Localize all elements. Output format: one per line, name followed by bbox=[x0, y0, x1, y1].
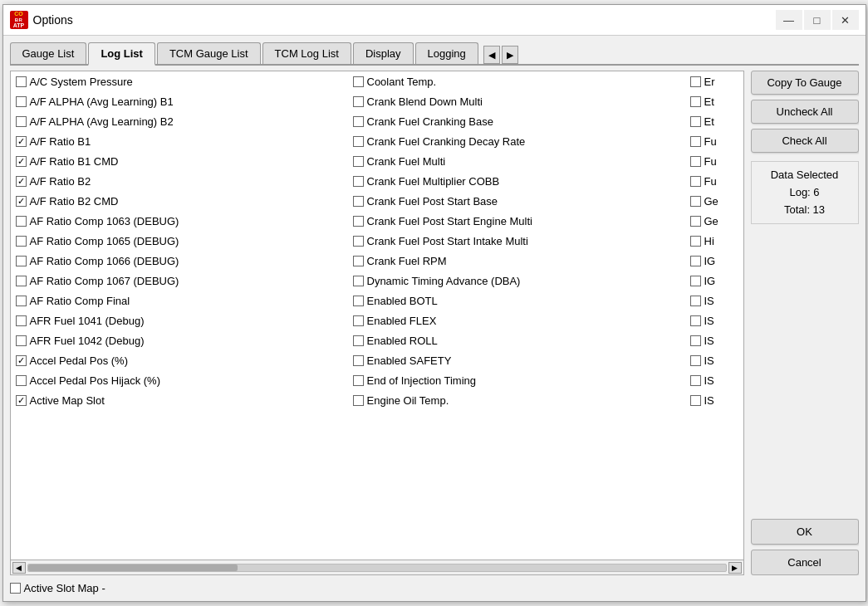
list-item-checkbox[interactable] bbox=[353, 256, 364, 266]
list-item[interactable]: Et bbox=[685, 111, 743, 131]
list-item[interactable]: Crank Fuel Cranking Decay Rate bbox=[348, 131, 685, 151]
list-item-checkbox[interactable] bbox=[16, 395, 27, 406]
list-item[interactable]: A/F ALPHA (Avg Learning) B2 bbox=[11, 111, 348, 131]
list-item[interactable]: AF Ratio Comp Final bbox=[11, 291, 348, 310]
active-slot-map-checkbox[interactable] bbox=[10, 583, 21, 594]
list-item[interactable]: Accel Pedal Pos (%) bbox=[11, 350, 348, 370]
list-item[interactable]: AF Ratio Comp 1066 (DEBUG) bbox=[11, 251, 348, 271]
list-item[interactable]: Dynamic Timing Advance (DBA) bbox=[348, 271, 685, 291]
list-item[interactable]: Fu bbox=[685, 171, 743, 191]
check-all-button[interactable]: Check All bbox=[751, 129, 859, 153]
scroll-left-button[interactable]: ◀ bbox=[12, 562, 26, 574]
list-item-checkbox[interactable] bbox=[353, 216, 364, 227]
list-item-checkbox[interactable] bbox=[16, 276, 27, 286]
list-item[interactable]: IG bbox=[685, 251, 743, 271]
list-item[interactable]: Enabled SAFETY bbox=[348, 350, 685, 370]
list-item[interactable]: Crank Fuel Post Start Engine Multi bbox=[348, 211, 685, 231]
scroll-right-button[interactable]: ▶ bbox=[728, 562, 742, 574]
tab-tcm-gauge-list[interactable]: TCM Gauge List bbox=[157, 42, 261, 64]
list-item[interactable]: Fu bbox=[685, 151, 743, 171]
list-item[interactable]: Enabled BOTL bbox=[348, 291, 685, 310]
list-item-checkbox[interactable] bbox=[690, 76, 701, 87]
list-item-checkbox[interactable] bbox=[353, 236, 364, 247]
list-item[interactable]: Crank Fuel Post Start Base bbox=[348, 191, 685, 211]
list-item[interactable]: Coolant Temp. bbox=[348, 71, 685, 91]
list-item[interactable]: Crank Blend Down Multi bbox=[348, 91, 685, 111]
list-item-checkbox[interactable] bbox=[690, 375, 701, 386]
tab-prev-button[interactable]: ◀ bbox=[483, 46, 500, 64]
list-item[interactable]: Active Map Slot bbox=[11, 390, 348, 410]
cancel-button[interactable]: Cancel bbox=[751, 550, 859, 575]
list-item[interactable]: IS bbox=[685, 310, 743, 330]
list-item-checkbox[interactable] bbox=[690, 355, 701, 366]
list-item-checkbox[interactable] bbox=[16, 196, 27, 207]
list-item[interactable]: Fu bbox=[685, 131, 743, 151]
list-item-checkbox[interactable] bbox=[16, 335, 27, 346]
list-item[interactable]: AF Ratio Comp 1063 (DEBUG) bbox=[11, 211, 348, 231]
list-item-checkbox[interactable] bbox=[16, 156, 27, 167]
list-item[interactable]: Ge bbox=[685, 211, 743, 231]
list-item-checkbox[interactable] bbox=[690, 256, 701, 266]
list-item[interactable]: A/F Ratio B1 CMD bbox=[11, 151, 348, 171]
list-item[interactable]: IS bbox=[685, 330, 743, 350]
list-item[interactable]: Enabled FLEX bbox=[348, 310, 685, 330]
list-item[interactable]: Enabled ROLL bbox=[348, 330, 685, 350]
list-scroll[interactable]: A/C System PressureA/F ALPHA (Avg Learni… bbox=[11, 71, 743, 560]
list-item-checkbox[interactable] bbox=[16, 236, 27, 247]
tab-display[interactable]: Display bbox=[353, 42, 414, 64]
list-item-checkbox[interactable] bbox=[353, 335, 364, 346]
list-item[interactable]: A/F Ratio B2 bbox=[11, 171, 348, 191]
tab-gauge-list[interactable]: Gauge List bbox=[10, 42, 87, 64]
list-item-checkbox[interactable] bbox=[16, 76, 27, 87]
list-item[interactable]: IS bbox=[685, 291, 743, 310]
list-item-checkbox[interactable] bbox=[353, 395, 364, 406]
list-item-checkbox[interactable] bbox=[353, 96, 364, 107]
maximize-button[interactable]: □ bbox=[804, 10, 831, 30]
list-item[interactable]: Crank Fuel Multi bbox=[348, 151, 685, 171]
list-item-checkbox[interactable] bbox=[690, 216, 701, 227]
list-item-checkbox[interactable] bbox=[690, 116, 701, 127]
list-item[interactable]: AFR Fuel 1041 (Debug) bbox=[11, 310, 348, 330]
list-item[interactable]: A/F Ratio B1 bbox=[11, 131, 348, 151]
tab-next-button[interactable]: ▶ bbox=[502, 46, 518, 64]
list-item[interactable]: Et bbox=[685, 91, 743, 111]
list-item-checkbox[interactable] bbox=[353, 176, 364, 187]
list-item-checkbox[interactable] bbox=[690, 335, 701, 346]
list-item-checkbox[interactable] bbox=[16, 136, 27, 147]
list-item[interactable]: End of Injection Timing bbox=[348, 370, 685, 390]
list-item-checkbox[interactable] bbox=[353, 315, 364, 326]
list-item-checkbox[interactable] bbox=[16, 315, 27, 326]
list-item-checkbox[interactable] bbox=[353, 375, 364, 386]
list-item-checkbox[interactable] bbox=[690, 395, 701, 406]
list-item[interactable]: AF Ratio Comp 1067 (DEBUG) bbox=[11, 271, 348, 291]
list-item[interactable]: Crank Fuel RPM bbox=[348, 251, 685, 271]
list-item[interactable]: A/F ALPHA (Avg Learning) B1 bbox=[11, 91, 348, 111]
close-button[interactable]: ✕ bbox=[832, 10, 859, 30]
list-item[interactable]: IS bbox=[685, 370, 743, 390]
list-item-checkbox[interactable] bbox=[690, 296, 701, 306]
tab-log-list[interactable]: Log List bbox=[88, 42, 155, 66]
list-item-checkbox[interactable] bbox=[353, 296, 364, 306]
list-item-checkbox[interactable] bbox=[690, 156, 701, 167]
list-item[interactable]: Accel Pedal Pos Hijack (%) bbox=[11, 370, 348, 390]
list-item-checkbox[interactable] bbox=[353, 136, 364, 147]
list-item-checkbox[interactable] bbox=[690, 236, 701, 247]
list-item-checkbox[interactable] bbox=[353, 196, 364, 207]
list-item[interactable]: IS bbox=[685, 350, 743, 370]
list-item-checkbox[interactable] bbox=[690, 315, 701, 326]
minimize-button[interactable]: — bbox=[776, 10, 802, 30]
list-item-checkbox[interactable] bbox=[353, 116, 364, 127]
list-item[interactable]: Er bbox=[685, 71, 743, 91]
list-item[interactable]: IS bbox=[685, 390, 743, 410]
list-item-checkbox[interactable] bbox=[353, 355, 364, 366]
list-item-checkbox[interactable] bbox=[16, 256, 27, 266]
list-item-checkbox[interactable] bbox=[690, 176, 701, 187]
list-item-checkbox[interactable] bbox=[16, 216, 27, 227]
list-item-checkbox[interactable] bbox=[16, 116, 27, 127]
list-item-checkbox[interactable] bbox=[353, 276, 364, 286]
tab-tcm-log-list[interactable]: TCM Log List bbox=[262, 42, 351, 64]
list-item-checkbox[interactable] bbox=[16, 96, 27, 107]
copy-to-gauge-button[interactable]: Copy To Gauge bbox=[751, 71, 859, 95]
list-item[interactable]: Ge bbox=[685, 191, 743, 211]
list-item[interactable]: A/F Ratio B2 CMD bbox=[11, 191, 348, 211]
